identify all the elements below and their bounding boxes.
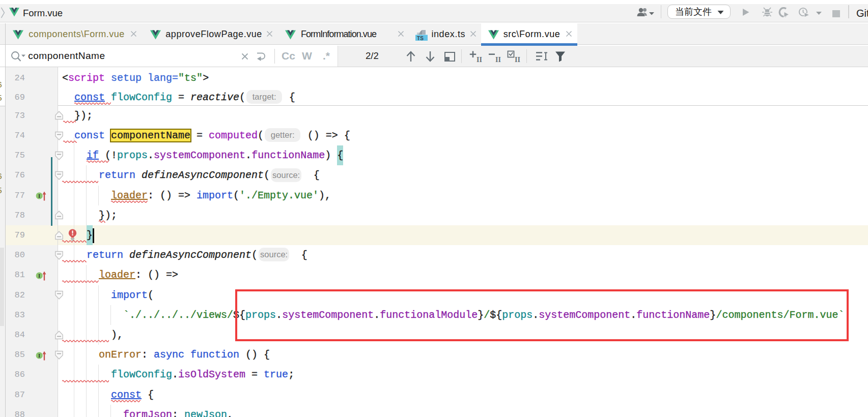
svg-text:II: II xyxy=(495,56,501,63)
svg-text:TS: TS xyxy=(417,35,424,41)
svg-text:II: II xyxy=(477,56,482,63)
svg-text:I: I xyxy=(38,352,40,359)
svg-text:I: I xyxy=(38,193,40,199)
svg-text:I: I xyxy=(38,273,40,279)
svg-text:II: II xyxy=(515,56,520,63)
